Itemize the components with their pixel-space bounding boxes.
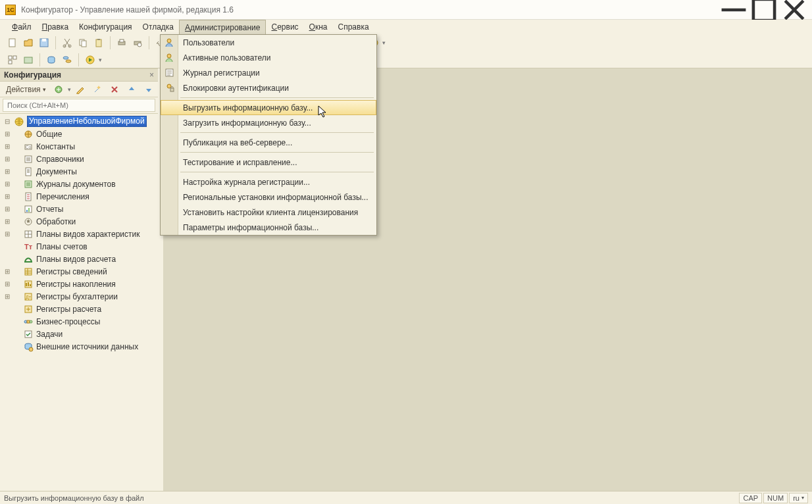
globe-icon xyxy=(14,116,24,127)
tree-node[interactable]: ⊞CoКонстанты xyxy=(3,140,158,153)
expand-icon[interactable]: ⊞ xyxy=(3,180,11,188)
toolbar-config: ▾ xyxy=(0,51,812,68)
config-search-input[interactable] xyxy=(3,99,155,112)
print-preview-button[interactable] xyxy=(130,36,145,50)
expand-icon[interactable]: ⊞ xyxy=(3,205,11,213)
config-panel-close-icon[interactable]: × xyxy=(149,70,154,80)
menu-правка[interactable]: Правка xyxy=(37,20,74,34)
tree-node[interactable]: Задачи xyxy=(3,328,158,340)
open-config-button[interactable] xyxy=(21,53,36,67)
tree-root[interactable]: ⊟УправлениеНебольшойФирмой xyxy=(3,115,158,128)
expand-icon[interactable]: ⊞ xyxy=(3,230,11,238)
delete-button[interactable] xyxy=(107,83,122,96)
tree-node[interactable]: Бизнес-процессы xyxy=(3,315,158,328)
print-button[interactable] xyxy=(114,36,129,50)
maximize-button[interactable] xyxy=(749,0,779,20)
tree-node[interactable]: ⊞Отчеты xyxy=(3,203,158,215)
enum-icon xyxy=(23,191,34,202)
tree-node[interactable]: ⊞Общие xyxy=(3,128,158,140)
minimize-button[interactable] xyxy=(719,0,749,20)
move-up-button[interactable] xyxy=(124,83,140,96)
menu-справка[interactable]: Справка xyxy=(333,20,374,34)
tree-node-label: Планы счетов xyxy=(36,242,88,251)
tree-node[interactable]: ⊞Журналы документов xyxy=(3,178,158,190)
menu-окна[interactable]: Окна xyxy=(304,20,333,34)
menu-item[interactable]: Журнал регистрации xyxy=(161,65,376,80)
user-icon xyxy=(164,37,175,48)
statusbar-lang[interactable]: ru ▾ xyxy=(789,493,808,503)
svg-rect-28 xyxy=(9,61,12,64)
run-1c-dd[interactable]: ▾ xyxy=(97,57,103,63)
menu-item[interactable]: Активные пользователи xyxy=(161,50,376,65)
svg-point-31 xyxy=(63,57,68,59)
tree-node[interactable]: ⊞Справочники xyxy=(3,153,158,165)
tree-node[interactable]: ⊞Обработки xyxy=(3,215,158,228)
compare-button[interactable] xyxy=(60,53,74,67)
menu-конфигурация[interactable]: Конфигурация xyxy=(74,20,138,34)
run-1c-button[interactable] xyxy=(83,53,97,67)
expand-icon[interactable]: ⊞ xyxy=(3,143,11,150)
expand-icon[interactable]: ⊞ xyxy=(3,193,11,200)
update-db-button[interactable] xyxy=(44,53,59,67)
statusbar-lang-label: ru xyxy=(793,493,799,503)
save-button[interactable] xyxy=(37,36,51,50)
tree-node[interactable]: ⊞ДтРегистры бухгалтерии xyxy=(3,290,158,303)
menu-item[interactable]: Публикация на веб-сервере... xyxy=(161,135,376,150)
tree-node[interactable]: ТтПланы счетов xyxy=(3,240,158,253)
help-dd[interactable]: ▾ xyxy=(380,39,387,46)
expand-icon[interactable]: ⊞ xyxy=(3,155,11,163)
menu-файл[interactable]: Файл xyxy=(7,20,37,34)
svg-point-63 xyxy=(167,54,171,58)
expand-icon[interactable]: ⊞ xyxy=(3,280,11,288)
menu-item[interactable]: Пользователи xyxy=(161,35,376,50)
tree-node-label: Отчеты xyxy=(36,205,63,214)
tree-node[interactable]: ⊞Регистры сведений xyxy=(3,265,158,278)
add-button[interactable] xyxy=(51,83,66,96)
expand-icon[interactable]: ⊞ xyxy=(3,218,11,225)
menu-сервис[interactable]: Сервис xyxy=(266,20,303,34)
expand-icon[interactable]: ⊞ xyxy=(3,268,11,275)
cut-button[interactable] xyxy=(60,36,74,50)
tree-node[interactable]: Внешние источники данных xyxy=(3,340,158,353)
expand-icon[interactable]: ⊞ xyxy=(3,293,11,300)
edit-button[interactable] xyxy=(72,83,88,96)
move-down-button[interactable] xyxy=(141,83,157,96)
close-button[interactable] xyxy=(779,0,809,20)
tree-node-label: Внешние источники данных xyxy=(36,342,138,351)
menu-item[interactable]: Загрузить информационную базу... xyxy=(161,115,376,130)
statusbar-hint: Выгрузить информационную базу в файл xyxy=(4,494,144,502)
expand-icon[interactable]: ⊞ xyxy=(3,168,11,175)
menu-item[interactable]: Региональные установки информационной ба… xyxy=(161,189,376,205)
tree-node[interactable]: ⊞Планы видов характеристик xyxy=(3,228,158,240)
paste-button[interactable] xyxy=(91,36,106,50)
menu-item[interactable]: Установить настройки клиента лицензирова… xyxy=(161,205,376,220)
new-doc-button[interactable] xyxy=(5,36,20,50)
menu-item[interactable]: Настройка журнала регистрации... xyxy=(161,174,376,189)
menu-item[interactable]: Выгрузить информационную базу... xyxy=(161,100,376,115)
svg-rect-11 xyxy=(120,39,124,42)
reginfo-icon xyxy=(23,266,34,277)
tree-node[interactable]: ⊞Регистры накопления xyxy=(3,278,158,290)
menu-отладка[interactable]: Отладка xyxy=(138,20,179,34)
expand-icon[interactable]: ⊟ xyxy=(3,118,11,125)
config-tree[interactable]: ⊟УправлениеНебольшойФирмой⊞Общие⊞CoКонст… xyxy=(0,114,158,491)
menu-item[interactable]: Блокировки аутентификации xyxy=(161,80,376,95)
wand-button[interactable] xyxy=(89,83,105,96)
expand-icon[interactable]: ⊞ xyxy=(3,130,11,138)
tree-button[interactable] xyxy=(5,53,20,67)
tree-node[interactable]: ⊞Документы xyxy=(3,165,158,178)
calcplan-icon xyxy=(23,254,34,265)
tree-node[interactable]: Регистры расчета xyxy=(3,303,158,315)
svg-text:Дт: Дт xyxy=(26,295,32,300)
menu-администрирование[interactable]: Администрирование xyxy=(179,20,266,34)
lock-icon xyxy=(164,82,175,93)
actions-menu-button[interactable]: Действия ▾ xyxy=(3,83,49,96)
open-button[interactable] xyxy=(21,36,36,50)
copy-button[interactable] xyxy=(76,36,90,50)
tree-node[interactable]: Планы видов расчета xyxy=(3,253,158,265)
menu-item[interactable]: Параметры информационной базы... xyxy=(161,220,376,235)
menu-item[interactable]: Тестирование и исправление... xyxy=(161,155,376,170)
svg-point-65 xyxy=(167,84,171,88)
bp-icon xyxy=(23,316,34,327)
tree-node[interactable]: ⊞Перечисления xyxy=(3,190,158,203)
